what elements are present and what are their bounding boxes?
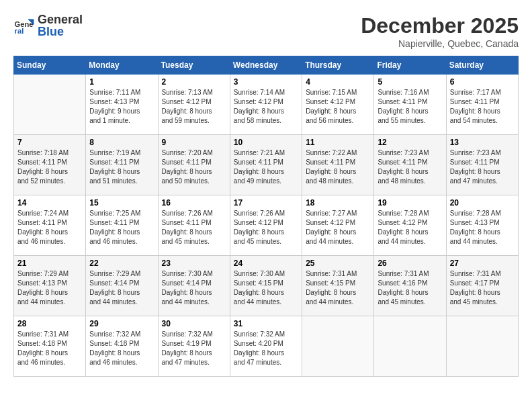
- day-info: Sunrise: 7:23 AMSunset: 4:11 PMDaylight:…: [450, 148, 515, 186]
- day-info: Sunrise: 7:30 AMSunset: 4:15 PMDaylight:…: [234, 269, 298, 307]
- day-number: 2: [162, 77, 226, 87]
- calendar-cell: 2Sunrise: 7:13 AMSunset: 4:12 PMDaylight…: [158, 75, 230, 135]
- calendar-cell: 29Sunrise: 7:32 AMSunset: 4:18 PMDayligh…: [86, 316, 158, 377]
- day-number: 20: [450, 198, 515, 208]
- calendar-cell: 19Sunrise: 7:28 AMSunset: 4:12 PMDayligh…: [374, 195, 446, 256]
- day-number: 23: [162, 259, 226, 268]
- calendar-cell: 14Sunrise: 7:24 AMSunset: 4:11 PMDayligh…: [14, 195, 86, 256]
- day-number: 6: [450, 77, 515, 87]
- day-info: Sunrise: 7:32 AMSunset: 4:20 PMDaylight:…: [234, 330, 298, 367]
- calendar-cell: 30Sunrise: 7:32 AMSunset: 4:19 PMDayligh…: [158, 316, 230, 377]
- month-title: December 2025: [361, 13, 519, 38]
- day-info: Sunrise: 7:28 AMSunset: 4:13 PMDaylight:…: [450, 209, 515, 246]
- day-number: 18: [306, 198, 370, 208]
- logo: Gene ral General Blue: [13, 13, 83, 38]
- day-info: Sunrise: 7:16 AMSunset: 4:11 PMDaylight:…: [378, 88, 442, 126]
- calendar-cell: 6Sunrise: 7:17 AMSunset: 4:11 PMDaylight…: [446, 75, 518, 135]
- day-info: Sunrise: 7:29 AMSunset: 4:13 PMDaylight:…: [17, 269, 82, 307]
- calendar-cell: [302, 316, 374, 377]
- day-info: Sunrise: 7:31 AMSunset: 4:17 PMDaylight:…: [450, 269, 515, 307]
- calendar-week-row: 1Sunrise: 7:11 AMSunset: 4:13 PMDaylight…: [14, 75, 519, 135]
- calendar-cell: 17Sunrise: 7:26 AMSunset: 4:12 PMDayligh…: [230, 195, 302, 256]
- day-number: 11: [306, 138, 370, 147]
- calendar-cell: [374, 316, 446, 377]
- day-number: 22: [89, 259, 154, 268]
- day-info: Sunrise: 7:27 AMSunset: 4:12 PMDaylight:…: [306, 209, 370, 246]
- calendar-cell: 9Sunrise: 7:20 AMSunset: 4:11 PMDaylight…: [158, 135, 230, 195]
- day-info: Sunrise: 7:31 AMSunset: 4:15 PMDaylight:…: [306, 269, 370, 307]
- calendar-week-row: 7Sunrise: 7:18 AMSunset: 4:11 PMDaylight…: [14, 135, 519, 195]
- day-number: 21: [17, 259, 82, 268]
- day-number: 25: [306, 259, 370, 268]
- header-monday: Monday: [86, 56, 158, 75]
- calendar-cell: 4Sunrise: 7:15 AMSunset: 4:12 PMDaylight…: [302, 75, 374, 135]
- day-info: Sunrise: 7:31 AMSunset: 4:18 PMDaylight:…: [17, 330, 82, 367]
- day-info: Sunrise: 7:13 AMSunset: 4:12 PMDaylight:…: [162, 88, 226, 126]
- title-area: December 2025 Napierville, Quebec, Canad…: [361, 13, 519, 49]
- calendar-cell: 11Sunrise: 7:22 AMSunset: 4:11 PMDayligh…: [302, 135, 374, 195]
- day-number: 31: [234, 319, 298, 328]
- day-number: 17: [234, 198, 298, 208]
- calendar-cell: 10Sunrise: 7:21 AMSunset: 4:11 PMDayligh…: [230, 135, 302, 195]
- day-info: Sunrise: 7:28 AMSunset: 4:12 PMDaylight:…: [378, 209, 442, 246]
- day-info: Sunrise: 7:29 AMSunset: 4:14 PMDaylight:…: [89, 269, 154, 307]
- day-number: 19: [378, 198, 442, 208]
- calendar-cell: 27Sunrise: 7:31 AMSunset: 4:17 PMDayligh…: [446, 256, 518, 316]
- calendar-cell: 21Sunrise: 7:29 AMSunset: 4:13 PMDayligh…: [14, 256, 86, 316]
- calendar-cell: 20Sunrise: 7:28 AMSunset: 4:13 PMDayligh…: [446, 195, 518, 256]
- calendar-cell: 18Sunrise: 7:27 AMSunset: 4:12 PMDayligh…: [302, 195, 374, 256]
- day-info: Sunrise: 7:25 AMSunset: 4:11 PMDaylight:…: [89, 209, 154, 246]
- header-friday: Friday: [374, 56, 446, 75]
- day-info: Sunrise: 7:21 AMSunset: 4:11 PMDaylight:…: [234, 148, 298, 186]
- day-number: 27: [450, 259, 515, 268]
- day-number: 30: [162, 319, 226, 328]
- calendar-cell: 15Sunrise: 7:25 AMSunset: 4:11 PMDayligh…: [86, 195, 158, 256]
- day-info: Sunrise: 7:11 AMSunset: 4:13 PMDaylight:…: [89, 88, 154, 126]
- calendar-week-row: 21Sunrise: 7:29 AMSunset: 4:13 PMDayligh…: [14, 256, 519, 316]
- day-number: 4: [306, 77, 370, 87]
- header: Gene ral General Blue December 2025 Napi…: [13, 13, 519, 49]
- logo-text: General Blue: [38, 13, 83, 38]
- day-info: Sunrise: 7:20 AMSunset: 4:11 PMDaylight:…: [162, 148, 226, 186]
- calendar-cell: 16Sunrise: 7:26 AMSunset: 4:11 PMDayligh…: [158, 195, 230, 256]
- logo-general-text: General: [38, 13, 83, 26]
- calendar-cell: [446, 316, 518, 377]
- day-number: 12: [378, 138, 442, 147]
- header-wednesday: Wednesday: [230, 56, 302, 75]
- logo-blue-text: Blue: [38, 26, 83, 38]
- day-number: 5: [378, 77, 442, 87]
- day-info: Sunrise: 7:26 AMSunset: 4:11 PMDaylight:…: [162, 209, 226, 246]
- day-number: 26: [378, 259, 442, 268]
- day-info: Sunrise: 7:30 AMSunset: 4:14 PMDaylight:…: [162, 269, 226, 307]
- day-info: Sunrise: 7:17 AMSunset: 4:11 PMDaylight:…: [450, 88, 515, 126]
- day-number: 13: [450, 138, 515, 147]
- calendar-cell: [14, 75, 86, 135]
- day-number: 10: [234, 138, 298, 147]
- header-thursday: Thursday: [302, 56, 374, 75]
- calendar-cell: 28Sunrise: 7:31 AMSunset: 4:18 PMDayligh…: [14, 316, 86, 377]
- calendar-cell: 8Sunrise: 7:19 AMSunset: 4:11 PMDaylight…: [86, 135, 158, 195]
- calendar-table: SundayMondayTuesdayWednesdayThursdayFrid…: [13, 56, 519, 377]
- day-info: Sunrise: 7:26 AMSunset: 4:12 PMDaylight:…: [234, 209, 298, 246]
- calendar-cell: 12Sunrise: 7:23 AMSunset: 4:11 PMDayligh…: [374, 135, 446, 195]
- calendar-cell: 5Sunrise: 7:16 AMSunset: 4:11 PMDaylight…: [374, 75, 446, 135]
- calendar-cell: 3Sunrise: 7:14 AMSunset: 4:12 PMDaylight…: [230, 75, 302, 135]
- calendar-cell: 7Sunrise: 7:18 AMSunset: 4:11 PMDaylight…: [14, 135, 86, 195]
- day-number: 7: [17, 138, 82, 147]
- calendar-week-row: 28Sunrise: 7:31 AMSunset: 4:18 PMDayligh…: [14, 316, 519, 377]
- calendar-cell: 31Sunrise: 7:32 AMSunset: 4:20 PMDayligh…: [230, 316, 302, 377]
- svg-text:ral: ral: [15, 27, 24, 35]
- calendar-cell: 26Sunrise: 7:31 AMSunset: 4:16 PMDayligh…: [374, 256, 446, 316]
- day-number: 8: [89, 138, 154, 147]
- day-info: Sunrise: 7:31 AMSunset: 4:16 PMDaylight:…: [378, 269, 442, 307]
- day-number: 3: [234, 77, 298, 87]
- calendar-cell: 13Sunrise: 7:23 AMSunset: 4:11 PMDayligh…: [446, 135, 518, 195]
- day-info: Sunrise: 7:24 AMSunset: 4:11 PMDaylight:…: [17, 209, 82, 246]
- day-number: 29: [89, 319, 154, 328]
- day-info: Sunrise: 7:15 AMSunset: 4:12 PMDaylight:…: [306, 88, 370, 126]
- day-number: 16: [162, 198, 226, 208]
- day-info: Sunrise: 7:14 AMSunset: 4:12 PMDaylight:…: [234, 88, 298, 126]
- day-info: Sunrise: 7:22 AMSunset: 4:11 PMDaylight:…: [306, 148, 370, 186]
- header-sunday: Sunday: [14, 56, 86, 75]
- location: Napierville, Quebec, Canada: [361, 38, 519, 49]
